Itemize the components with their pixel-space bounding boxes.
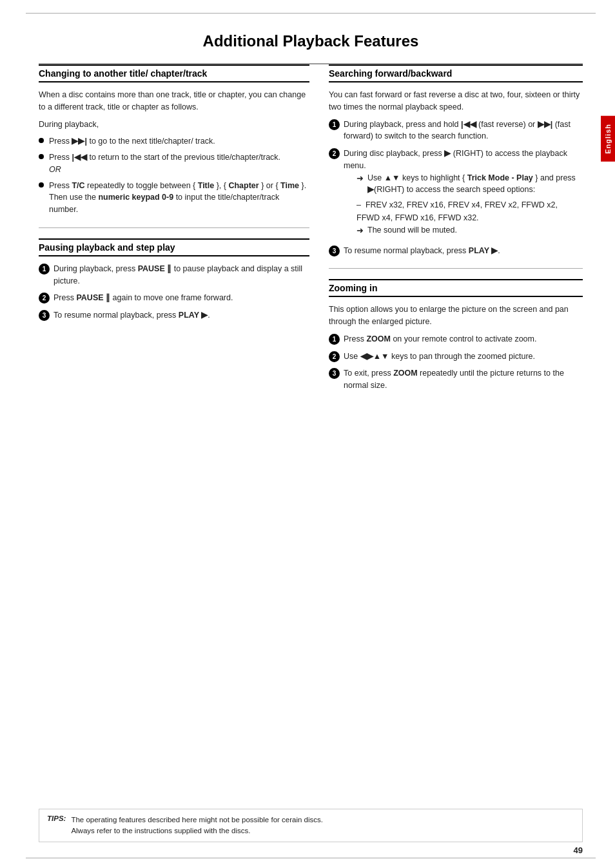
arrow-item: ➜ Use ▲▼ keys to highlight { Trick Mode … — [356, 172, 583, 197]
section-pausing-heading: Pausing playback and step play — [39, 238, 309, 256]
list-item: Press ▶▶| to go to the next title/chapte… — [39, 135, 309, 148]
bullet-dot — [39, 138, 44, 143]
step-number: 2 — [329, 148, 340, 159]
changing-bullet-list: Press ▶▶| to go to the next title/chapte… — [39, 135, 309, 216]
section-pausing: Pausing playback and step play 1 During … — [39, 238, 309, 322]
searching-numbered-list: 1 During playback, press and hold |◀◀ (f… — [329, 119, 583, 257]
arrow-symbol: ➜ — [356, 224, 364, 237]
list-item: 1 During playback, press and hold |◀◀ (f… — [329, 119, 583, 143]
list-item: 1 During playback, press PAUSE ‖ to paus… — [39, 263, 309, 287]
step-number: 1 — [329, 119, 340, 130]
section-changing-title: Changing to another title/ chapter/track… — [39, 64, 309, 216]
list-item: Press |◀◀ to return to the start of the … — [39, 151, 309, 176]
section-searching: Searching forward/backward You can fast … — [329, 64, 583, 256]
left-column: Changing to another title/ chapter/track… — [39, 64, 309, 403]
section-changing-intro: When a disc contains more than one track… — [39, 89, 309, 113]
list-item: 2 During disc playback, press ▶ (RIGHT) … — [329, 148, 583, 240]
step-number: 3 — [329, 368, 340, 379]
arrow-item: ➜ The sound will be muted. — [356, 224, 583, 237]
arrow-symbol: ➜ — [356, 172, 364, 185]
step-number: 2 — [329, 351, 340, 362]
bullet-dot — [39, 182, 44, 188]
step-number: 2 — [39, 293, 50, 304]
zooming-numbered-list: 1 Press ZOOM on your remote control to a… — [329, 333, 583, 392]
language-tab: English — [601, 116, 615, 162]
page-title: Additional Playback Features — [39, 32, 583, 50]
step-number: 1 — [329, 334, 340, 345]
outer-top-border — [26, 13, 596, 14]
bullet-dot — [39, 154, 44, 159]
section-searching-heading: Searching forward/backward — [329, 64, 583, 82]
right-col-divider — [329, 268, 583, 269]
outer-bottom-border — [26, 858, 596, 858]
step-number: 1 — [39, 264, 50, 275]
list-item: 1 Press ZOOM on your remote control to a… — [329, 333, 583, 345]
list-item: 3 To resume normal playback, press PLAY … — [329, 245, 583, 257]
step-number: 3 — [329, 246, 340, 256]
section-changing-title-heading: Changing to another title/ chapter/track — [39, 64, 309, 82]
tips-box: TIPS: The operating features described h… — [39, 809, 583, 843]
list-item: 3 To resume normal playback, press PLAY … — [39, 309, 309, 322]
side-tab-label: English — [604, 124, 612, 154]
pausing-numbered-list: 1 During playback, press PAUSE ‖ to paus… — [39, 263, 309, 322]
list-item: Press T/C repeatedly to toggle between {… — [39, 180, 309, 216]
dash-item: – FREV x32, FREV x16, FREV x4, FREV x2, … — [356, 198, 583, 224]
section-zooming-heading: Zooming in — [329, 279, 583, 297]
tips-label: TIPS: — [47, 815, 66, 822]
tips-text: The operating features described here mi… — [71, 815, 323, 837]
section-searching-intro: You can fast forward or fast reverse a d… — [329, 89, 583, 113]
main-content: Changing to another title/ chapter/track… — [39, 64, 583, 403]
col-divider — [39, 227, 309, 228]
list-item: 2 Use ◀▶▲▼ keys to pan through the zoome… — [329, 351, 583, 363]
right-column: Searching forward/backward You can fast … — [329, 64, 583, 403]
section-zooming: Zooming in This option allows you to enl… — [329, 279, 583, 392]
section-zooming-intro: This option allows you to enlarge the pi… — [329, 304, 583, 328]
list-item: 3 To exit, press ZOOM repeatedly until t… — [329, 367, 583, 392]
list-item: 2 Press PAUSE ‖ again to move one frame … — [39, 292, 309, 304]
page-number: 49 — [574, 845, 583, 855]
section-changing-sub-intro: During playback, — [39, 119, 309, 131]
step-number: 3 — [39, 310, 50, 321]
